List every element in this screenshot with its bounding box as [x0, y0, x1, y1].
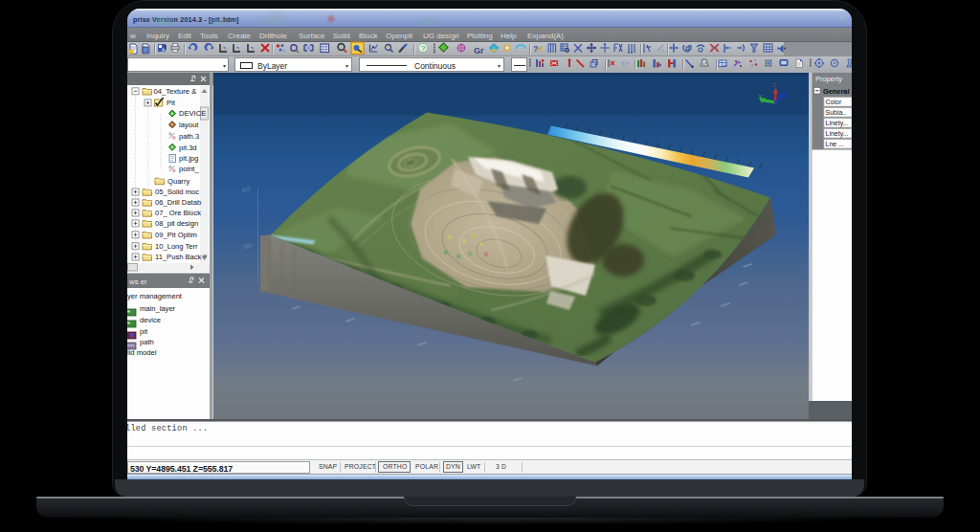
svg-text:07_ Ore Block: 07_ Ore Block [155, 209, 201, 217]
svg-text:?: ? [421, 44, 426, 53]
svg-text:05_Solid moc: 05_Solid moc [155, 188, 199, 196]
svg-text:Z: Z [773, 82, 777, 88]
svg-text:device: device [140, 316, 161, 324]
svg-text:08_pit design: 08_pit design [155, 219, 198, 228]
svg-text:Gr: Gr [474, 46, 484, 55]
svg-text:11_Push Back: 11_Push Back [155, 253, 202, 261]
svg-text:point_: point_ [179, 165, 199, 173]
svg-text:layout: layout [179, 121, 199, 129]
svg-text:main_layer: main_layer [140, 304, 176, 313]
svg-text:?: ? [533, 44, 539, 54]
svg-text:path.3: path.3 [179, 132, 199, 141]
svg-text:Linety...: Linety... [826, 120, 849, 127]
svg-text:06_Drill Datab: 06_Drill Datab [155, 198, 201, 207]
svg-text:Color: Color [826, 99, 842, 105]
svg-text:Y: Y [759, 94, 763, 100]
svg-text:Quarry: Quarry [167, 177, 189, 186]
svg-text:pit: pit [140, 327, 148, 336]
svg-text:Linety...: Linety... [826, 130, 849, 138]
svg-text:04_Texture &: 04_Texture & [154, 87, 197, 96]
svg-text:Subla..: Subla.. [826, 109, 847, 116]
svg-text:ws er: ws er [128, 277, 147, 286]
svg-text:pit.3d: pit.3d [179, 144, 197, 152]
svg-text:Lne ...: Lne ... [826, 141, 845, 147]
svg-text:Property: Property [815, 75, 842, 83]
svg-text:General: General [823, 87, 850, 96]
svg-text:10_Long Terr: 10_Long Terr [155, 242, 198, 251]
svg-text:lid model: lid model [127, 348, 157, 357]
svg-text:09_Pit Optim: 09_Pit Optim [155, 231, 197, 239]
svg-text:path: path [140, 338, 154, 346]
svg-text:pit.jpg: pit.jpg [179, 154, 198, 163]
svg-text:12: 12 [723, 62, 728, 67]
svg-text:DEVICE: DEVICE [179, 109, 206, 118]
svg-text:yer management: yer management [127, 292, 183, 300]
svg-text:Pit: Pit [167, 99, 176, 107]
